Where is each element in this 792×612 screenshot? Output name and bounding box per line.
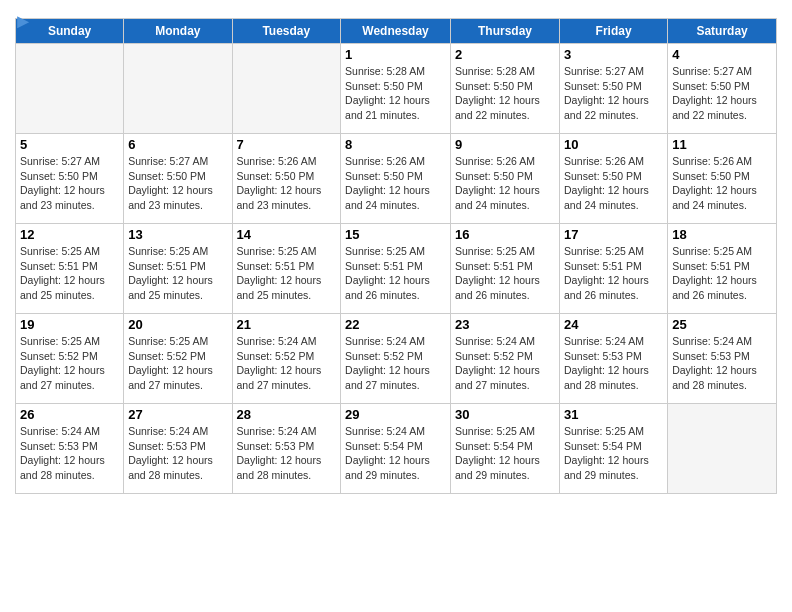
page: ► SundayMondayTuesdayWednesdayThursdayFr… bbox=[0, 0, 792, 504]
date-number: 18 bbox=[672, 227, 772, 242]
table-row: 4Sunrise: 5:27 AM Sunset: 5:50 PM Daylig… bbox=[668, 44, 777, 134]
table-row: 17Sunrise: 5:25 AM Sunset: 5:51 PM Dayli… bbox=[560, 224, 668, 314]
cell-info: Sunrise: 5:24 AM Sunset: 5:53 PM Dayligh… bbox=[564, 334, 663, 393]
calendar-table: SundayMondayTuesdayWednesdayThursdayFrid… bbox=[15, 18, 777, 494]
table-row: 6Sunrise: 5:27 AM Sunset: 5:50 PM Daylig… bbox=[124, 134, 232, 224]
cell-info: Sunrise: 5:24 AM Sunset: 5:52 PM Dayligh… bbox=[345, 334, 446, 393]
table-row: 9Sunrise: 5:26 AM Sunset: 5:50 PM Daylig… bbox=[451, 134, 560, 224]
table-row: 28Sunrise: 5:24 AM Sunset: 5:53 PM Dayli… bbox=[232, 404, 341, 494]
table-row: 1Sunrise: 5:28 AM Sunset: 5:50 PM Daylig… bbox=[341, 44, 451, 134]
table-row: 8Sunrise: 5:26 AM Sunset: 5:50 PM Daylig… bbox=[341, 134, 451, 224]
date-number: 30 bbox=[455, 407, 555, 422]
cell-info: Sunrise: 5:27 AM Sunset: 5:50 PM Dayligh… bbox=[128, 154, 227, 213]
date-number: 29 bbox=[345, 407, 446, 422]
table-row: 26Sunrise: 5:24 AM Sunset: 5:53 PM Dayli… bbox=[16, 404, 124, 494]
date-number: 22 bbox=[345, 317, 446, 332]
cell-info: Sunrise: 5:24 AM Sunset: 5:52 PM Dayligh… bbox=[455, 334, 555, 393]
cell-info: Sunrise: 5:27 AM Sunset: 5:50 PM Dayligh… bbox=[20, 154, 119, 213]
table-row: 7Sunrise: 5:26 AM Sunset: 5:50 PM Daylig… bbox=[232, 134, 341, 224]
table-row: 12Sunrise: 5:25 AM Sunset: 5:51 PM Dayli… bbox=[16, 224, 124, 314]
cell-info: Sunrise: 5:25 AM Sunset: 5:52 PM Dayligh… bbox=[20, 334, 119, 393]
table-row bbox=[668, 404, 777, 494]
date-number: 28 bbox=[237, 407, 337, 422]
cell-info: Sunrise: 5:25 AM Sunset: 5:51 PM Dayligh… bbox=[237, 244, 337, 303]
table-row: 24Sunrise: 5:24 AM Sunset: 5:53 PM Dayli… bbox=[560, 314, 668, 404]
table-row: 21Sunrise: 5:24 AM Sunset: 5:52 PM Dayli… bbox=[232, 314, 341, 404]
table-row bbox=[124, 44, 232, 134]
date-number: 15 bbox=[345, 227, 446, 242]
day-header-tuesday: Tuesday bbox=[232, 19, 341, 44]
table-row: 22Sunrise: 5:24 AM Sunset: 5:52 PM Dayli… bbox=[341, 314, 451, 404]
table-row: 15Sunrise: 5:25 AM Sunset: 5:51 PM Dayli… bbox=[341, 224, 451, 314]
table-row bbox=[232, 44, 341, 134]
date-number: 5 bbox=[20, 137, 119, 152]
table-row: 13Sunrise: 5:25 AM Sunset: 5:51 PM Dayli… bbox=[124, 224, 232, 314]
cell-info: Sunrise: 5:26 AM Sunset: 5:50 PM Dayligh… bbox=[237, 154, 337, 213]
table-row: 2Sunrise: 5:28 AM Sunset: 5:50 PM Daylig… bbox=[451, 44, 560, 134]
cell-info: Sunrise: 5:24 AM Sunset: 5:53 PM Dayligh… bbox=[237, 424, 337, 483]
date-number: 1 bbox=[345, 47, 446, 62]
cell-info: Sunrise: 5:25 AM Sunset: 5:51 PM Dayligh… bbox=[564, 244, 663, 303]
date-number: 9 bbox=[455, 137, 555, 152]
date-number: 25 bbox=[672, 317, 772, 332]
cell-info: Sunrise: 5:27 AM Sunset: 5:50 PM Dayligh… bbox=[672, 64, 772, 123]
cell-info: Sunrise: 5:25 AM Sunset: 5:51 PM Dayligh… bbox=[455, 244, 555, 303]
table-row: 27Sunrise: 5:24 AM Sunset: 5:53 PM Dayli… bbox=[124, 404, 232, 494]
logo-icon: ► bbox=[13, 10, 33, 33]
table-row: 16Sunrise: 5:25 AM Sunset: 5:51 PM Dayli… bbox=[451, 224, 560, 314]
day-header-thursday: Thursday bbox=[451, 19, 560, 44]
date-number: 19 bbox=[20, 317, 119, 332]
day-header-wednesday: Wednesday bbox=[341, 19, 451, 44]
table-row: 30Sunrise: 5:25 AM Sunset: 5:54 PM Dayli… bbox=[451, 404, 560, 494]
cell-info: Sunrise: 5:24 AM Sunset: 5:54 PM Dayligh… bbox=[345, 424, 446, 483]
cell-info: Sunrise: 5:26 AM Sunset: 5:50 PM Dayligh… bbox=[672, 154, 772, 213]
date-number: 6 bbox=[128, 137, 227, 152]
date-number: 17 bbox=[564, 227, 663, 242]
table-row: 19Sunrise: 5:25 AM Sunset: 5:52 PM Dayli… bbox=[16, 314, 124, 404]
table-row bbox=[16, 44, 124, 134]
cell-info: Sunrise: 5:25 AM Sunset: 5:51 PM Dayligh… bbox=[345, 244, 446, 303]
day-header-monday: Monday bbox=[124, 19, 232, 44]
table-row: 14Sunrise: 5:25 AM Sunset: 5:51 PM Dayli… bbox=[232, 224, 341, 314]
table-row: 20Sunrise: 5:25 AM Sunset: 5:52 PM Dayli… bbox=[124, 314, 232, 404]
cell-info: Sunrise: 5:24 AM Sunset: 5:53 PM Dayligh… bbox=[672, 334, 772, 393]
table-row: 3Sunrise: 5:27 AM Sunset: 5:50 PM Daylig… bbox=[560, 44, 668, 134]
table-row: 18Sunrise: 5:25 AM Sunset: 5:51 PM Dayli… bbox=[668, 224, 777, 314]
date-number: 31 bbox=[564, 407, 663, 422]
date-number: 24 bbox=[564, 317, 663, 332]
cell-info: Sunrise: 5:24 AM Sunset: 5:53 PM Dayligh… bbox=[128, 424, 227, 483]
cell-info: Sunrise: 5:25 AM Sunset: 5:51 PM Dayligh… bbox=[672, 244, 772, 303]
date-number: 21 bbox=[237, 317, 337, 332]
cell-info: Sunrise: 5:26 AM Sunset: 5:50 PM Dayligh… bbox=[345, 154, 446, 213]
date-number: 10 bbox=[564, 137, 663, 152]
cell-info: Sunrise: 5:26 AM Sunset: 5:50 PM Dayligh… bbox=[564, 154, 663, 213]
cell-info: Sunrise: 5:24 AM Sunset: 5:52 PM Dayligh… bbox=[237, 334, 337, 393]
date-number: 2 bbox=[455, 47, 555, 62]
cell-info: Sunrise: 5:25 AM Sunset: 5:54 PM Dayligh… bbox=[564, 424, 663, 483]
cell-info: Sunrise: 5:25 AM Sunset: 5:51 PM Dayligh… bbox=[128, 244, 227, 303]
cell-info: Sunrise: 5:28 AM Sunset: 5:50 PM Dayligh… bbox=[455, 64, 555, 123]
date-number: 20 bbox=[128, 317, 227, 332]
cell-info: Sunrise: 5:24 AM Sunset: 5:53 PM Dayligh… bbox=[20, 424, 119, 483]
date-number: 23 bbox=[455, 317, 555, 332]
cell-info: Sunrise: 5:25 AM Sunset: 5:51 PM Dayligh… bbox=[20, 244, 119, 303]
date-number: 27 bbox=[128, 407, 227, 422]
date-number: 11 bbox=[672, 137, 772, 152]
cell-info: Sunrise: 5:25 AM Sunset: 5:54 PM Dayligh… bbox=[455, 424, 555, 483]
table-row: 23Sunrise: 5:24 AM Sunset: 5:52 PM Dayli… bbox=[451, 314, 560, 404]
date-number: 4 bbox=[672, 47, 772, 62]
table-row: 5Sunrise: 5:27 AM Sunset: 5:50 PM Daylig… bbox=[16, 134, 124, 224]
cell-info: Sunrise: 5:27 AM Sunset: 5:50 PM Dayligh… bbox=[564, 64, 663, 123]
table-row: 10Sunrise: 5:26 AM Sunset: 5:50 PM Dayli… bbox=[560, 134, 668, 224]
date-number: 12 bbox=[20, 227, 119, 242]
table-row: 31Sunrise: 5:25 AM Sunset: 5:54 PM Dayli… bbox=[560, 404, 668, 494]
date-number: 26 bbox=[20, 407, 119, 422]
date-number: 3 bbox=[564, 47, 663, 62]
cell-info: Sunrise: 5:26 AM Sunset: 5:50 PM Dayligh… bbox=[455, 154, 555, 213]
table-row: 29Sunrise: 5:24 AM Sunset: 5:54 PM Dayli… bbox=[341, 404, 451, 494]
day-header-friday: Friday bbox=[560, 19, 668, 44]
table-row: 25Sunrise: 5:24 AM Sunset: 5:53 PM Dayli… bbox=[668, 314, 777, 404]
table-row: 11Sunrise: 5:26 AM Sunset: 5:50 PM Dayli… bbox=[668, 134, 777, 224]
cell-info: Sunrise: 5:25 AM Sunset: 5:52 PM Dayligh… bbox=[128, 334, 227, 393]
day-header-saturday: Saturday bbox=[668, 19, 777, 44]
